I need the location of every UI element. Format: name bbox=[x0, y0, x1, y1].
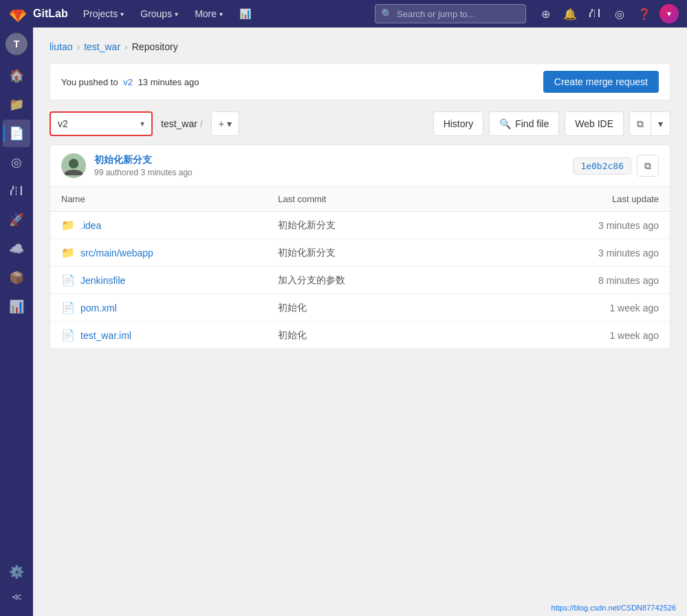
push-branch-link[interactable]: v2 bbox=[123, 77, 133, 87]
sidebar-avatar[interactable]: T bbox=[6, 33, 28, 55]
nav-projects-label: Projects bbox=[83, 8, 118, 19]
add-files-button[interactable]: + ▾ bbox=[211, 111, 239, 136]
sidebar-collapse-btn[interactable]: ≪ bbox=[3, 586, 30, 608]
navbar-icons: ⊕ 🔔 ⛙ ◎ ❓ ▾ bbox=[534, 3, 679, 25]
nav-groups-chevron-icon: ▾ bbox=[175, 10, 178, 18]
file-icon: 📄 bbox=[61, 301, 75, 314]
table-row: 📄 Jenkinsfile 加入分支的参数 8 minutes ago bbox=[50, 267, 670, 294]
help-btn[interactable]: ❓ bbox=[633, 3, 655, 25]
table-row: 📁 src/main/webapp 初始化新分支 3 minutes ago bbox=[50, 239, 670, 267]
find-file-button[interactable]: 🔍 Find file bbox=[489, 111, 559, 136]
commit-message[interactable]: 初始化新分支 bbox=[94, 154, 565, 166]
main-content: liutao › test_war › Repository You pushe… bbox=[33, 28, 687, 616]
branch-name: v2 bbox=[58, 118, 135, 129]
folder-icon: 📁 bbox=[61, 246, 75, 259]
user-avatar[interactable]: ▾ bbox=[659, 4, 679, 23]
file-name-cell: 📄 pom.xml bbox=[50, 294, 267, 322]
nav-projects[interactable]: Projects ▾ bbox=[76, 0, 131, 28]
repo-toolbar: v2 ▾ test_war / + ▾ History 🔍 Find file … bbox=[50, 111, 670, 136]
avatar-icon: ▾ bbox=[667, 9, 671, 19]
commit-hash[interactable]: 1e0b2c86 bbox=[573, 157, 631, 175]
avatar-icon: ❄ bbox=[61, 153, 86, 178]
add-chevron-icon: ▾ bbox=[227, 118, 232, 129]
sidebar-item-merge-requests[interactable]: ⛙ bbox=[3, 177, 30, 205]
table-row: 📁 .idea 初始化新分支 3 minutes ago bbox=[50, 212, 670, 239]
file-name-cell: 📄 Jenkinsfile bbox=[50, 267, 267, 294]
commit-msg-link[interactable]: 初始化新分支 bbox=[278, 247, 336, 258]
sidebar-item-repository[interactable]: 📄 bbox=[3, 120, 30, 147]
web-ide-button[interactable]: Web IDE bbox=[565, 111, 624, 136]
folder-icon: 📁 bbox=[61, 219, 75, 232]
search-icon: 🔍 bbox=[381, 8, 393, 19]
path-project: test_war bbox=[161, 118, 197, 129]
sidebar-avatar-letter: T bbox=[14, 38, 20, 50]
col-header-name: Name bbox=[50, 187, 267, 212]
clone-icon[interactable]: ⧉ bbox=[630, 111, 651, 136]
activities-btn[interactable]: 🔔 bbox=[559, 3, 581, 25]
create-btn[interactable]: ⊕ bbox=[534, 3, 556, 25]
file-table-header: Name Last commit Last update bbox=[50, 187, 670, 212]
sidebar-item-issues[interactable]: ◎ bbox=[3, 148, 30, 176]
commit-hash-area: 1e0b2c86 ⧉ bbox=[573, 155, 659, 177]
plus-icon: + bbox=[219, 118, 224, 129]
push-text-before: You pushed to bbox=[61, 77, 118, 87]
commit-author-avatar: ❄ bbox=[61, 153, 86, 178]
copy-hash-button[interactable]: ⧉ bbox=[637, 155, 659, 177]
breadcrumb-sep-1: › bbox=[76, 41, 80, 52]
find-file-icon: 🔍 bbox=[499, 118, 511, 129]
nav-stats[interactable]: 📊 bbox=[232, 0, 258, 28]
nav-more-label: More bbox=[195, 8, 217, 19]
path-separator: / bbox=[200, 118, 203, 129]
col-header-last-commit: Last commit bbox=[267, 187, 514, 212]
file-link[interactable]: test_war.iml bbox=[80, 330, 131, 341]
sidebar-item-home[interactable]: 🏠 bbox=[3, 62, 30, 89]
push-notice-text: You pushed to v2 13 minutes ago bbox=[61, 77, 199, 87]
brand-logo[interactable]: GitLab bbox=[8, 4, 68, 23]
file-link[interactable]: pom.xml bbox=[80, 302, 117, 314]
nav-more-chevron-icon: ▾ bbox=[219, 10, 223, 18]
brand-name: GitLab bbox=[33, 8, 68, 20]
search-input[interactable] bbox=[397, 9, 520, 19]
create-mr-button[interactable]: Create merge request bbox=[543, 71, 659, 93]
commit-msg-link[interactable]: 初始化 bbox=[278, 302, 307, 313]
breadcrumb-user[interactable]: liutao bbox=[50, 41, 72, 52]
nav-more[interactable]: More ▾ bbox=[188, 0, 230, 28]
file-link[interactable]: Jenkinsfile bbox=[80, 275, 125, 286]
file-link[interactable]: src/main/webapp bbox=[80, 248, 153, 258]
repo-card: ❄ 初始化新分支 99 authored 3 minutes ago 1e0b2… bbox=[50, 144, 670, 349]
file-commit-msg: 初始化新分支 bbox=[267, 239, 514, 267]
file-commit-msg: 初始化 bbox=[267, 322, 514, 349]
commit-msg-link[interactable]: 加入分支的参数 bbox=[278, 274, 345, 285]
file-name-cell: 📁 src/main/webapp bbox=[50, 239, 267, 267]
table-row: 📄 pom.xml 初始化 1 week ago bbox=[50, 294, 670, 322]
toolbar-right: History 🔍 Find file Web IDE ⧉ ▾ bbox=[433, 111, 670, 136]
breadcrumb-project[interactable]: test_war bbox=[84, 41, 120, 52]
file-link[interactable]: .idea bbox=[80, 220, 101, 231]
push-notice: You pushed to v2 13 minutes ago Create m… bbox=[50, 63, 670, 100]
sidebar-item-environments[interactable]: ☁️ bbox=[3, 235, 30, 263]
sidebar-item-ci-cd[interactable]: 🚀 bbox=[3, 206, 30, 234]
bottom-bar: https://blog.csdn.net/CSDN87742526 bbox=[33, 600, 687, 616]
merge-requests-icon[interactable]: ⛙ bbox=[584, 3, 606, 25]
nav-groups[interactable]: Groups ▾ bbox=[133, 0, 185, 28]
search-bar[interactable]: 🔍 bbox=[375, 4, 526, 23]
sidebar-item-project[interactable]: 📁 bbox=[3, 91, 30, 118]
sidebar-item-analytics[interactable]: 📊 bbox=[3, 293, 30, 320]
file-last-update: 8 minutes ago bbox=[515, 267, 670, 294]
file-last-update: 3 minutes ago bbox=[515, 239, 670, 267]
col-header-last-update: Last update bbox=[515, 187, 670, 212]
commit-header: ❄ 初始化新分支 99 authored 3 minutes ago 1e0b2… bbox=[50, 145, 670, 187]
file-commit-msg: 初始化 bbox=[267, 294, 514, 322]
svg-text:❄: ❄ bbox=[69, 159, 78, 170]
more-dropdown-icon[interactable]: ▾ bbox=[651, 111, 670, 136]
commit-msg-link[interactable]: 初始化新分支 bbox=[278, 219, 336, 230]
sidebar-item-packages[interactable]: 📦 bbox=[3, 264, 30, 292]
branch-selector[interactable]: v2 ▾ bbox=[50, 111, 153, 136]
issues-icon[interactable]: ◎ bbox=[609, 3, 631, 25]
push-text-after: 13 minutes ago bbox=[138, 77, 199, 87]
sidebar: T 🏠 📁 📄 ◎ ⛙ 🚀 ☁️ 📦 📊 ⚙️ ≪ bbox=[0, 28, 33, 616]
sidebar-item-settings[interactable]: ⚙️ bbox=[3, 558, 30, 586]
history-button[interactable]: History bbox=[433, 111, 484, 136]
commit-msg-link[interactable]: 初始化 bbox=[278, 329, 307, 340]
bottom-link[interactable]: https://blog.csdn.net/CSDN87742526 bbox=[551, 604, 676, 612]
